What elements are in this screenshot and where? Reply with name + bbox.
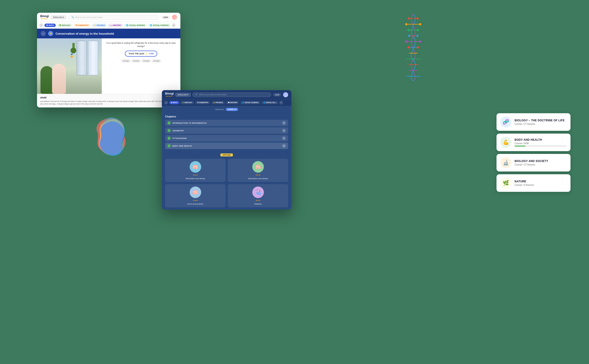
lesson-card-3[interactable]: 🫁 ★★★ Genes and proteins bbox=[165, 184, 225, 207]
lesson-card-4[interactable]: 🩺 ★★★ Diabetes bbox=[228, 184, 288, 207]
tab-social-top[interactable]: 🌐 SOCIAL SCIENCE bbox=[124, 24, 147, 27]
course-icon-4: 🌿 bbox=[500, 177, 511, 188]
tab-physics-top[interactable]: ⚡ PHYSICS bbox=[92, 24, 107, 27]
back-button[interactable]: ‹ bbox=[41, 31, 46, 36]
lesson-title: Conservation of energy in the household bbox=[55, 32, 114, 35]
lesson-card-title-3: Genes and proteins bbox=[187, 203, 204, 205]
fridges bbox=[77, 41, 98, 75]
chapters-title: Chapters bbox=[165, 115, 288, 118]
chapter-plus-4[interactable]: + bbox=[282, 144, 286, 148]
lesson-text-title: ehold bbox=[40, 96, 177, 99]
course-info-3: BIOLOGY AND SOCIETY Course • 27 lessons bbox=[515, 159, 567, 166]
tab-math-bottom[interactable]: ⊞ MATH bbox=[169, 101, 179, 104]
search-bar-top[interactable]: 🔍 What do you want to learn today? bbox=[68, 15, 159, 20]
binogi-stars-top: ★★★★☆ bbox=[40, 18, 49, 20]
fridge-2 bbox=[88, 41, 98, 75]
nav-prev-bottom[interactable]: ‹ bbox=[164, 101, 168, 104]
course-card-1[interactable]: 🧬 BIOLOGY – THE DOCTRINE OF LIFE Course … bbox=[496, 113, 570, 131]
filter-label: Filtered on: bbox=[215, 108, 225, 110]
course-card-3[interactable]: 🔬 BIOLOGY AND SOCIETY Course • 27 lesson… bbox=[496, 154, 570, 171]
course-meta-3: Course • 27 lessons bbox=[515, 163, 567, 166]
nav-prev-top[interactable]: ‹ bbox=[39, 23, 43, 27]
course-meta-1: Course • 27 lessons bbox=[515, 123, 567, 125]
binogi-stars-bottom: ★★★★☆ bbox=[165, 95, 173, 97]
lesson-header: ‹ ⚡ Conservation of energy in the househ… bbox=[37, 29, 180, 38]
progress-bar-container-2 bbox=[515, 146, 567, 147]
tab-chemistry-bottom[interactable]: ⚗ CHEMISTRY bbox=[195, 101, 210, 104]
language-button-bottom[interactable]: ENGLISH ▾ bbox=[176, 93, 191, 97]
dna-helix bbox=[399, 12, 427, 81]
lesson-card-1[interactable]: 🫁 ★★★ Malnutrition and obesity bbox=[165, 159, 225, 182]
tab-biology-bottom[interactable]: 🌿 BIOLOGY bbox=[180, 101, 194, 104]
course-name-4: NATURE bbox=[515, 180, 567, 183]
chapter-row-inner-1: ✓ INTRODUCTION TO MATHEMATICS bbox=[167, 121, 207, 124]
svg-point-13 bbox=[405, 23, 407, 26]
tab-social2-bottom[interactable]: 🌐 SOCIAL SCI... bbox=[262, 101, 278, 104]
binogi-header-bottom: Binogi ★★★★☆ ENGLISH ▾ 🔍 What do you wan… bbox=[162, 90, 291, 99]
course-name-2: BODY AND HEALTH bbox=[515, 138, 567, 142]
svg-point-17 bbox=[408, 35, 410, 37]
take-quiz-button[interactable]: TAKE THE QUIZ ⚡ +100 bbox=[125, 51, 158, 57]
chapter-row-inner-4: ✓ BODY AND HEALTH bbox=[167, 144, 192, 147]
chapter-icon-4: ✓ bbox=[167, 144, 171, 147]
nav-next-bottom[interactable]: › bbox=[279, 101, 283, 104]
chapter-label-3: PYTHAGORAE bbox=[172, 137, 187, 139]
lesson-card-icon-3: 🫁 bbox=[190, 187, 201, 198]
course-info-4: NATURE Course • 9 lessons bbox=[515, 180, 567, 186]
svg-point-14 bbox=[419, 23, 421, 26]
character-2 bbox=[52, 64, 66, 94]
tab-chemistry-top[interactable]: ⚗ CHEMISTRY bbox=[73, 24, 90, 27]
chapter-plus-3[interactable]: + bbox=[282, 136, 286, 140]
search-bar-bottom[interactable]: 🔍 What do you want to learn today? bbox=[192, 92, 271, 97]
chapter-row-4[interactable]: ✓ BODY AND HEALTH + bbox=[165, 143, 288, 149]
lesson-card-icon-4: 🩺 bbox=[252, 187, 264, 198]
lessons-grid: 🫁 ★★★ Malnutrition and obesity 🫁 ★★★ Mal… bbox=[162, 156, 291, 210]
dna-svg bbox=[399, 12, 427, 81]
protein-blob bbox=[88, 113, 134, 159]
chapter-plus-2[interactable]: + bbox=[282, 129, 286, 132]
concept-tag-4: Concept bbox=[152, 59, 161, 62]
form-badge[interactable]: FORM 1 ▾ bbox=[226, 108, 238, 111]
quiz-question: It is a good idea to unplug the refriger… bbox=[105, 42, 177, 48]
lesson-card-stars-2: ★★★ bbox=[256, 174, 260, 176]
nav-tabs-bottom: ‹ ⊞ MATH 🌿 BIOLOGY ⚗ CHEMISTRY ⚡ PHYSICS… bbox=[162, 99, 291, 106]
tab-social-bottom[interactable]: 🌐 SOCIAL SCIENCE bbox=[240, 101, 260, 104]
binogi-logo-top: Binogi ★★★★☆ bbox=[40, 14, 49, 20]
points-badge-top: 1200 bbox=[161, 15, 170, 19]
course-icon-3: 🔬 bbox=[500, 157, 511, 168]
svg-point-18 bbox=[416, 35, 419, 37]
tab-history-bottom[interactable]: 📖 HISTORY bbox=[226, 101, 239, 104]
course-name-3: BIOLOGY AND SOCIETY bbox=[515, 159, 567, 163]
course-card-2[interactable]: 💪 BODY AND HEALTH Course • 8/38 bbox=[496, 134, 570, 151]
svg-point-19 bbox=[405, 40, 407, 43]
chapter-row-2[interactable]: ✓ GEOMETRY + bbox=[165, 127, 288, 134]
nav-next-top[interactable]: › bbox=[172, 23, 176, 27]
avatar-top bbox=[172, 15, 177, 20]
applied-badge: APPLIED bbox=[220, 153, 233, 156]
chapter-row-1[interactable]: ✓ INTRODUCTION TO MATHEMATICS + bbox=[165, 120, 288, 126]
chapter-row-inner-3: ✓ PYTHAGORAE bbox=[167, 136, 187, 140]
tab-history-top[interactable]: 📖 HISTORY bbox=[108, 24, 123, 27]
nav-tabs-top: ‹ ⊞ MATH 🌿 BIOLOGY ⚗ CHEMISTRY ⚡ PHYSICS… bbox=[37, 22, 180, 29]
lesson-card-2[interactable]: 🫁 ★★★ Malnutrition and obesity bbox=[228, 159, 288, 182]
chapter-plus-1[interactable]: + bbox=[282, 121, 286, 125]
lesson-text-section: ehold zero battery? Just can't do it? En… bbox=[37, 94, 180, 107]
browser-window-bottom: Binogi ★★★★☆ ENGLISH ▾ 🔍 What do you wan… bbox=[162, 90, 291, 210]
medal-icon: 🏅 bbox=[69, 53, 74, 58]
binogi-header-top: Binogi ★★★★☆ ENGLISH ▾ 🔍 What do you wan… bbox=[37, 13, 180, 22]
lesson-card-title-2: Malnutrition and obesity bbox=[248, 177, 268, 180]
tab-biology-top[interactable]: 🌿 BIOLOGY bbox=[57, 24, 72, 27]
character-1 bbox=[40, 66, 53, 94]
chapter-icon-2: ✓ bbox=[167, 129, 171, 132]
course-name-1: BIOLOGY – THE DOCTRINE OF LIFE bbox=[515, 119, 567, 122]
course-info-1: BIOLOGY – THE DOCTRINE OF LIFE Course • … bbox=[515, 119, 567, 125]
lesson-card-icon-2: 🫁 bbox=[252, 161, 264, 173]
lesson-video: 🏅 bbox=[37, 38, 102, 94]
search-icon-bottom: 🔍 bbox=[195, 94, 198, 96]
tab-physics-bottom[interactable]: ⚡ PHYSICS bbox=[211, 101, 225, 104]
language-button-top[interactable]: ENGLISH ▾ bbox=[51, 15, 66, 19]
chapter-row-3[interactable]: ✓ PYTHAGORAE + bbox=[165, 135, 288, 142]
tab-social2-top[interactable]: 🌐 SOCIAL SCIENCE bbox=[148, 24, 170, 27]
course-card-4[interactable]: 🌿 NATURE Course • 9 lessons bbox=[496, 174, 570, 192]
tab-math-top[interactable]: ⊞ MATH bbox=[44, 24, 56, 27]
